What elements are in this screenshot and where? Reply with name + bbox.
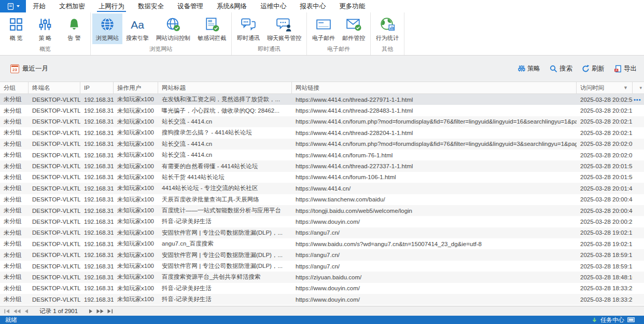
row-more-button[interactable] bbox=[633, 205, 644, 216]
menu-item-report-center[interactable]: 报表中心 bbox=[293, 0, 332, 12]
ribbon-button-search-engine[interactable]: Aa 搜索引擎 bbox=[122, 14, 152, 44]
next-page-button[interactable] bbox=[96, 309, 104, 314]
filter-arrow-icon[interactable]: ▼ bbox=[623, 85, 628, 90]
row-more-button[interactable] bbox=[633, 227, 644, 238]
table-row[interactable]: 未分组 DESKTOP-VLKTLE1 192.168.31.27 未知玩家x1… bbox=[0, 94, 644, 105]
table-row[interactable]: 未分组 DESKTOP-VLKTLE1 192.168.31.27 未知玩家x1… bbox=[0, 261, 644, 272]
app-menu-button[interactable] bbox=[0, 0, 26, 12]
table-row[interactable]: 未分组 DESKTOP-VLKTLE1 192.168.31.27 未知玩家x1… bbox=[0, 150, 644, 160]
task-window-icon[interactable] bbox=[627, 317, 635, 323]
column-header-terminal[interactable]: 终端名 bbox=[29, 82, 80, 93]
row-more-button[interactable] bbox=[633, 283, 644, 294]
menu-bar: 开始 文档加密 上网行为 数据安全 设备管理 系统&网络 运维中心 报表中心 更… bbox=[0, 0, 644, 12]
menu-item-more-features[interactable]: 更多功能 bbox=[332, 0, 372, 12]
row-more-button[interactable] bbox=[633, 127, 644, 138]
table-row[interactable]: 未分组 DESKTOP-VLKTLE1 192.168.31.27 未知玩家x1… bbox=[0, 194, 644, 205]
cell-time: 2025-03-28 20:01:43 bbox=[577, 183, 633, 194]
prev-page-button[interactable] bbox=[13, 309, 21, 314]
ribbon-button-email[interactable]: 电子邮件 bbox=[309, 14, 339, 44]
ribbon: 概 览 策 略 告 警 概览 浏览网站 Aa bbox=[0, 12, 644, 56]
table-row[interactable]: 未分组 DESKTOP-VLKTLE1 192.168.31.27 未知玩家x1… bbox=[0, 160, 644, 171]
ribbon-button-mail-control[interactable]: 邮件管控 bbox=[339, 14, 369, 44]
column-header-time[interactable]: 访问时间▼ bbox=[577, 82, 633, 93]
table-row[interactable]: 未分组 DESKTOP-VLKTLE1 192.168.31.27 未知玩家x1… bbox=[0, 105, 644, 116]
row-more-button[interactable] bbox=[633, 272, 644, 282]
policy-button[interactable]: 策略 bbox=[518, 64, 540, 73]
menu-item-device-mgmt[interactable]: 设备管理 bbox=[171, 0, 210, 12]
table-row[interactable]: 未分组 DESKTOP-VLKTLE1 192.168.31.27 未知玩家x1… bbox=[0, 249, 644, 260]
cell-user: 未知玩家x100 bbox=[114, 116, 158, 127]
refresh-button[interactable]: 刷新 bbox=[582, 64, 605, 73]
ribbon-group-label: 浏览网站 bbox=[92, 44, 230, 55]
menu-item-doc-encrypt[interactable]: 文档加密 bbox=[52, 0, 92, 12]
task-center-button[interactable]: 任务中心 bbox=[600, 316, 624, 324]
table-row[interactable]: 未分组 DESKTOP-VLKTLE1 192.168.31.27 未知玩家x1… bbox=[0, 116, 644, 127]
cell-user: 未知玩家x100 bbox=[114, 205, 158, 216]
first-record-button[interactable] bbox=[4, 309, 10, 314]
table-row[interactable]: 未分组 DESKTOP-VLKTLE1 192.168.31.27 未知玩家x1… bbox=[0, 216, 644, 227]
cell-user: 未知玩家x100 bbox=[114, 261, 158, 272]
cell-group: 未分组 bbox=[0, 238, 29, 249]
column-header-user[interactable]: 操作用户 bbox=[114, 82, 158, 93]
date-range-filter[interactable]: 23 最近一月 bbox=[10, 64, 48, 73]
table-row[interactable]: 未分组 DESKTOP-VLKTLE1 192.168.31.27 未知玩家x1… bbox=[0, 139, 644, 150]
row-more-button[interactable] bbox=[633, 294, 644, 305]
ribbon-button-instant-messaging[interactable]: 即时通讯 bbox=[233, 14, 263, 44]
row-more-button[interactable] bbox=[633, 216, 644, 227]
row-more-button[interactable] bbox=[633, 139, 644, 150]
prev-record-button[interactable] bbox=[24, 309, 29, 314]
row-more-button[interactable] bbox=[633, 249, 644, 260]
row-more-button[interactable] bbox=[633, 150, 644, 160]
ribbon-button-label: 聊天账号管控 bbox=[267, 34, 301, 42]
cell-terminal: DESKTOP-VLKTLE1 bbox=[29, 272, 80, 282]
ribbon-button-policy[interactable]: 策 略 bbox=[31, 14, 60, 44]
cell-group: 未分组 bbox=[0, 94, 29, 105]
menu-item-start[interactable]: 开始 bbox=[26, 0, 52, 12]
table-row[interactable]: 未分组 DESKTOP-VLKTLE1 192.168.31.27 未知玩家x1… bbox=[0, 283, 644, 294]
table-row[interactable]: 未分组 DESKTOP-VLKTLE1 192.168.31.27 未知玩家x1… bbox=[0, 183, 644, 194]
table-row[interactable]: 未分组 DESKTOP-VLKTLE1 192.168.31.27 未知玩家x1… bbox=[0, 227, 644, 238]
row-more-button[interactable] bbox=[633, 172, 644, 183]
chevron-down-icon[interactable]: ▾ bbox=[639, 85, 642, 90]
row-more-button[interactable] bbox=[633, 183, 644, 194]
ribbon-button-browse-website[interactable]: 浏览网站 bbox=[92, 14, 122, 44]
column-header-time-label: 访问时间 bbox=[580, 84, 604, 92]
row-more-button[interactable] bbox=[633, 238, 644, 249]
column-header-extra: ▾ bbox=[633, 82, 644, 93]
column-header-title[interactable]: 网站标题 bbox=[158, 82, 292, 93]
cell-title: 百度统计——一站式智能数据分析与应用平台 bbox=[158, 205, 292, 216]
column-header-url[interactable]: 网站链接 bbox=[292, 82, 577, 93]
menu-item-data-security[interactable]: 数据安全 bbox=[131, 0, 171, 12]
menu-item-internet-behavior[interactable]: 上网行为 bbox=[92, 0, 131, 12]
row-more-button[interactable] bbox=[633, 261, 644, 272]
ribbon-button-alert[interactable]: 告 警 bbox=[60, 14, 89, 44]
ribbon-button-web-access-control[interactable]: 网站访问控制 bbox=[152, 14, 194, 44]
cell-ip: 192.168.31.27 bbox=[80, 105, 114, 116]
ribbon-button-behavior-stats[interactable]: 行为统计 bbox=[372, 14, 402, 44]
ribbon-group-label: 电子邮件 bbox=[309, 44, 369, 55]
table-row[interactable]: 未分组 DESKTOP-VLKTLE1 192.168.31.27 未知玩家x1… bbox=[0, 294, 644, 305]
table-row[interactable]: 未分组 DESKTOP-VLKTLE1 192.168.31.27 未知玩家x1… bbox=[0, 127, 644, 138]
menu-item-system-network[interactable]: 系统&网络 bbox=[210, 0, 254, 12]
cell-group: 未分组 bbox=[0, 105, 29, 116]
menu-item-ops-center[interactable]: 运维中心 bbox=[254, 0, 293, 12]
row-more-button[interactable] bbox=[633, 116, 644, 127]
row-more-button[interactable] bbox=[633, 160, 644, 171]
column-header-group[interactable]: 分组 bbox=[0, 82, 29, 93]
row-more-button[interactable] bbox=[633, 105, 644, 116]
row-more-button[interactable]: ••• bbox=[633, 94, 644, 105]
table-row[interactable]: 未分组 DESKTOP-VLKTLE1 192.168.31.27 未知玩家x1… bbox=[0, 205, 644, 216]
ribbon-button-sensitive-word-block[interactable]: 敏感词拦截 bbox=[194, 14, 230, 44]
table-row[interactable]: 未分组 DESKTOP-VLKTLE1 192.168.31.27 未知玩家x1… bbox=[0, 272, 644, 282]
column-header-ip[interactable]: IP bbox=[80, 82, 114, 93]
next-record-button[interactable] bbox=[89, 309, 93, 314]
ribbon-button-chat-account-control[interactable]: 聊天账号管控 bbox=[263, 14, 305, 44]
row-more-button[interactable] bbox=[633, 194, 644, 205]
table-row[interactable]: 未分组 DESKTOP-VLKTLE1 192.168.31.27 未知玩家x1… bbox=[0, 172, 644, 183]
search-button[interactable]: 搜索 bbox=[550, 64, 572, 73]
cell-time: 2025-03-28 20:02:12 bbox=[577, 127, 633, 138]
table-row[interactable]: 未分组 DESKTOP-VLKTLE1 192.168.31.27 未知玩家x1… bbox=[0, 238, 644, 249]
export-button[interactable]: A 导出 bbox=[614, 64, 637, 73]
last-record-button[interactable] bbox=[107, 309, 113, 314]
ribbon-button-overview[interactable]: 概 览 bbox=[2, 14, 31, 44]
